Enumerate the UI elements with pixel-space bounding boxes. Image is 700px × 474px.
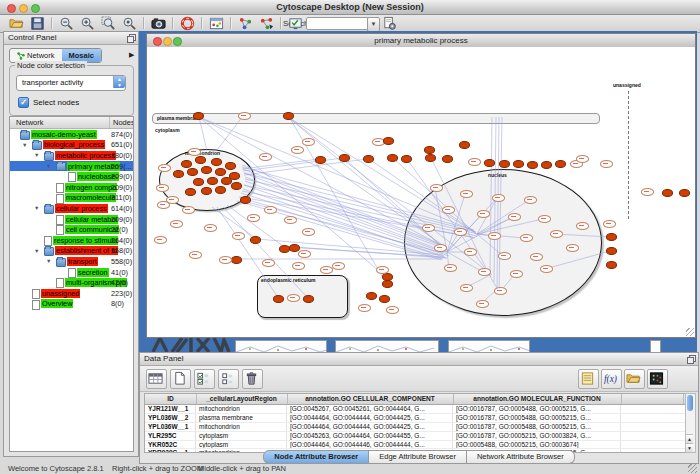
select-nodes-checkbox[interactable]: ✓ — [18, 97, 29, 108]
graph-node[interactable] — [303, 295, 314, 303]
zoom-selected-button[interactable] — [100, 15, 117, 31]
graph-node[interactable] — [193, 112, 204, 120]
graph-node[interactable] — [468, 158, 481, 166]
delete-attribute-button[interactable] — [242, 369, 263, 389]
zoom-out-button[interactable] — [58, 15, 75, 31]
attribute-table-button[interactable] — [146, 369, 167, 389]
graph-node[interactable] — [187, 168, 198, 176]
graph-node[interactable] — [488, 232, 501, 240]
graph-node[interactable] — [444, 264, 457, 272]
zoom-in-button[interactable] — [79, 15, 96, 31]
graph-node[interactable] — [320, 266, 333, 274]
notepad-button[interactable] — [578, 369, 599, 389]
graph-node[interactable] — [662, 189, 673, 197]
graph-node[interactable] — [287, 294, 300, 302]
graph-node[interactable] — [283, 112, 294, 120]
graph-node[interactable] — [442, 155, 453, 163]
table-cell[interactable]: [GO:0016787, GO:0005488, GO:0005215, G..… — [453, 423, 621, 431]
graph-node[interactable] — [264, 206, 277, 214]
graph-node[interactable] — [492, 194, 505, 202]
graph-node[interactable] — [606, 247, 617, 255]
import-attributes-button[interactable] — [258, 15, 275, 31]
graph-node[interactable] — [477, 210, 490, 218]
graph-node[interactable] — [231, 256, 242, 264]
background-window-edge[interactable] — [448, 340, 530, 352]
graph-node[interactable] — [520, 234, 533, 242]
graph-node[interactable] — [154, 236, 167, 244]
table-cell[interactable]: [GO:0016787, GO:0005488, GO:0005215, G..… — [453, 414, 621, 422]
graph-node[interactable] — [434, 244, 447, 252]
tree-row[interactable]: nitrogen compo209(0) — [10, 182, 133, 193]
dropdown-stepper-icon[interactable]: ▲▼ — [113, 76, 125, 88]
graph-node[interactable] — [195, 156, 206, 164]
tree-row[interactable]: mosaic-demo-yeast874(0) — [10, 129, 133, 140]
table-scrollbar[interactable]: ▲ ▼ — [685, 393, 696, 453]
zoom-window-button[interactable] — [31, 4, 40, 13]
graph-node[interactable] — [464, 248, 477, 256]
graph-node[interactable] — [386, 306, 399, 314]
column-header[interactable]: _cellularLayoutRegion — [196, 394, 288, 404]
graph-node[interactable] — [550, 230, 563, 238]
graph-node[interactable] — [181, 160, 192, 168]
graph-node[interactable] — [494, 287, 507, 295]
column-header[interactable] — [621, 394, 684, 404]
cytopanel-window-button[interactable] — [208, 15, 225, 31]
graph-node[interactable] — [600, 160, 613, 168]
annotation-button[interactable] — [287, 15, 304, 31]
graph-node[interactable] — [499, 160, 510, 168]
graph-node[interactable] — [510, 270, 523, 278]
graph-node[interactable] — [291, 146, 304, 154]
background-window-edge[interactable] — [650, 340, 661, 352]
graph-node[interactable] — [292, 262, 305, 270]
view-minimize-button[interactable] — [163, 37, 172, 46]
expander-icon[interactable]: ▼ — [46, 258, 51, 264]
select-attributes-alt-button[interactable] — [218, 369, 239, 389]
graph-node[interactable] — [379, 295, 390, 303]
graph-node[interactable] — [478, 268, 491, 276]
tree-row[interactable]: ▼primary metabo209(... — [10, 161, 133, 172]
expander-icon[interactable]: ▼ — [22, 142, 27, 148]
table-cell[interactable]: YLR295C — [145, 432, 196, 440]
column-header[interactable]: ID — [145, 394, 197, 404]
expander-icon[interactable]: ▼ — [34, 152, 39, 158]
snapshot-button[interactable] — [150, 15, 167, 31]
graph-node[interactable] — [460, 190, 473, 198]
graph-node[interactable] — [302, 138, 315, 146]
save-button[interactable] — [29, 15, 46, 31]
graph-node[interactable] — [204, 224, 217, 232]
close-button[interactable] — [7, 4, 16, 13]
scrollbar-thumb[interactable] — [687, 395, 693, 411]
table-cell[interactable]: mitochondrion — [196, 423, 287, 431]
expander-icon[interactable]: ▼ — [34, 205, 39, 211]
app-resize-grip[interactable] — [688, 464, 697, 473]
float-panel-icon[interactable] — [127, 34, 135, 42]
graph-node[interactable] — [201, 166, 212, 174]
column-header[interactable]: annotation.GO CELLULAR_COMPONENT — [287, 394, 454, 404]
table-cell[interactable]: YPL036W__2 — [145, 414, 196, 422]
graph-node[interactable] — [459, 141, 470, 149]
graph-node[interactable] — [363, 155, 374, 163]
node-color-dropdown[interactable]: transporter activity ▲▼ — [16, 75, 126, 91]
graph-node[interactable] — [603, 220, 616, 228]
formula-button[interactable]: f(x) — [601, 369, 622, 389]
graph-node[interactable] — [454, 228, 467, 236]
tree-row[interactable]: ▼biological_process651(0) — [10, 140, 133, 151]
graph-node[interactable] — [476, 300, 489, 308]
graph-node[interactable] — [215, 168, 226, 176]
tree-row[interactable]: multi-organism pro42(0) — [10, 277, 133, 288]
graph-node[interactable] — [259, 153, 272, 161]
table-cell[interactable]: [GO:0005488, GO:0005215, GO:0003674] — [453, 441, 621, 449]
zoom-fit-button[interactable] — [121, 15, 138, 31]
open-file-button[interactable] — [8, 15, 25, 31]
minimize-button[interactable] — [19, 4, 28, 13]
graph-node[interactable] — [422, 224, 435, 232]
column-header[interactable]: annotation.GO MOLECULAR_FUNCTION — [453, 394, 622, 404]
graph-node[interactable] — [225, 162, 236, 170]
graph-node[interactable] — [173, 170, 184, 178]
graph-node[interactable] — [382, 280, 393, 288]
table-cell[interactable]: [GO:0016787, GO:0005488, GO:0005215, G..… — [453, 405, 621, 413]
background-window-edge[interactable] — [235, 340, 327, 352]
graph-node[interactable] — [284, 216, 297, 224]
graph-node[interactable] — [221, 177, 232, 185]
graph-node[interactable] — [530, 253, 543, 261]
